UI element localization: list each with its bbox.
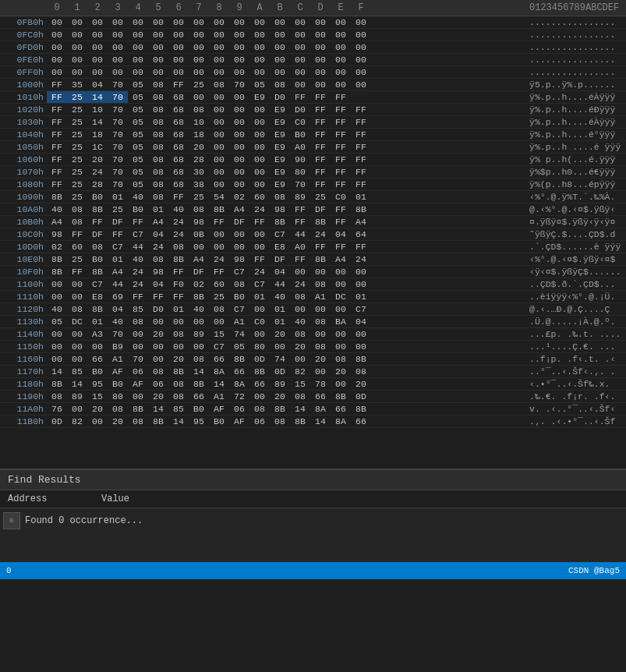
hex-byte[interactable]: 00 bbox=[229, 66, 249, 78]
hex-byte[interactable]: 00 bbox=[270, 16, 290, 28]
hex-byte[interactable]: 00 bbox=[249, 104, 270, 115]
hex-byte[interactable]: 98 bbox=[270, 203, 290, 215]
hex-byte[interactable]: 00 bbox=[67, 291, 87, 302]
hex-byte[interactable]: 00 bbox=[331, 54, 351, 65]
hex-byte[interactable]: 00 bbox=[148, 341, 168, 352]
hex-byte[interactable]: F0 bbox=[168, 278, 189, 290]
hex-byte[interactable]: 00 bbox=[310, 54, 331, 65]
hex-byte[interactable]: 05 bbox=[128, 116, 148, 128]
hex-byte[interactable]: 90 bbox=[290, 154, 310, 165]
hex-byte[interactable]: 00 bbox=[229, 116, 249, 128]
table-row[interactable]: 1120h40088B0485D0014008C70001000000C7@.‹… bbox=[0, 303, 626, 316]
table-row[interactable]: 1130h05DC01400800000000A1C0014008BA04.Ü.… bbox=[0, 316, 626, 328]
hex-byte[interactable]: FF bbox=[47, 129, 67, 140]
hex-byte[interactable]: DF bbox=[189, 266, 209, 278]
hex-byte[interactable]: 00 bbox=[168, 41, 189, 53]
table-row[interactable]: 1070hFF25247005086830000000E980FFFFFFÿ%$… bbox=[0, 166, 626, 179]
hex-byte[interactable]: 14 bbox=[47, 366, 67, 377]
hex-byte[interactable]: 00 bbox=[209, 129, 229, 140]
hex-byte[interactable]: 08 bbox=[270, 191, 290, 203]
hex-byte[interactable]: 00 bbox=[229, 154, 249, 165]
hex-byte[interactable]: 00 bbox=[331, 328, 351, 340]
hex-byte[interactable]: FF bbox=[351, 166, 371, 178]
hex-byte[interactable]: FF bbox=[331, 141, 351, 153]
hex-byte[interactable]: 00 bbox=[189, 91, 209, 103]
hex-byte[interactable]: 00 bbox=[229, 179, 249, 190]
hex-byte[interactable]: 8A bbox=[331, 416, 351, 427]
hex-byte[interactable]: A1 bbox=[310, 291, 331, 302]
hex-byte[interactable]: 00 bbox=[189, 54, 209, 65]
hex-byte[interactable]: 00 bbox=[67, 278, 87, 290]
hex-byte[interactable]: 00 bbox=[108, 66, 128, 78]
hex-byte[interactable]: 00 bbox=[331, 341, 351, 352]
hex-byte[interactable]: 00 bbox=[270, 29, 290, 41]
hex-byte[interactable]: 08 bbox=[148, 191, 168, 203]
hex-byte[interactable]: 00 bbox=[249, 41, 270, 53]
hex-byte[interactable]: 00 bbox=[209, 166, 229, 178]
hex-byte[interactable]: FF bbox=[351, 241, 371, 253]
hex-byte[interactable]: BA bbox=[331, 316, 351, 327]
hex-byte[interactable]: 8B bbox=[189, 378, 209, 390]
hex-byte[interactable]: 8B bbox=[47, 253, 67, 265]
table-row[interactable]: 1170h1485B0AF06088B148A668B0D82002008..°… bbox=[0, 366, 626, 378]
hex-byte[interactable]: A4 bbox=[189, 253, 209, 265]
table-row[interactable]: 1160h000066A170002008668B0D740020088B..f… bbox=[0, 353, 626, 366]
hex-byte[interactable]: FF bbox=[331, 166, 351, 178]
hex-byte[interactable]: 66 bbox=[331, 403, 351, 415]
hex-byte[interactable]: 08 bbox=[209, 303, 229, 315]
hex-byte[interactable]: FF bbox=[209, 216, 229, 228]
hex-byte[interactable]: 8B bbox=[168, 253, 189, 265]
hex-byte[interactable]: 08 bbox=[148, 141, 168, 153]
hex-byte[interactable]: 05 bbox=[128, 104, 148, 115]
hex-byte[interactable]: FF bbox=[47, 154, 67, 165]
hex-byte[interactable]: 70 bbox=[128, 353, 148, 365]
hex-byte[interactable]: 14 bbox=[189, 366, 209, 377]
hex-byte[interactable]: 08 bbox=[67, 303, 87, 315]
hex-byte[interactable]: 00 bbox=[331, 303, 351, 315]
hex-byte[interactable]: A4 bbox=[229, 203, 249, 215]
hex-byte[interactable]: 10 bbox=[189, 116, 209, 128]
hex-byte[interactable]: 04 bbox=[87, 79, 108, 90]
hex-byte[interactable]: 00 bbox=[351, 41, 371, 53]
hex-byte[interactable]: 00 bbox=[249, 179, 270, 190]
hex-byte[interactable]: 00 bbox=[229, 16, 249, 28]
hex-byte[interactable]: 00 bbox=[351, 266, 371, 278]
hex-byte[interactable]: 00 bbox=[209, 54, 229, 65]
hex-byte[interactable]: 08 bbox=[128, 316, 148, 327]
hex-byte[interactable]: 00 bbox=[310, 29, 331, 41]
hex-byte[interactable]: 00 bbox=[47, 29, 67, 41]
hex-byte[interactable]: AF bbox=[209, 403, 229, 415]
hex-byte[interactable]: FF bbox=[47, 104, 67, 115]
hex-byte[interactable]: 44 bbox=[128, 241, 148, 253]
hex-byte[interactable]: B0 bbox=[87, 366, 108, 377]
hex-byte[interactable]: A1 bbox=[108, 353, 128, 365]
hex-byte[interactable]: 76 bbox=[47, 403, 67, 415]
hex-byte[interactable]: 00 bbox=[249, 241, 270, 253]
hex-byte[interactable]: 40 bbox=[290, 316, 310, 327]
hex-byte[interactable]: 70 bbox=[108, 129, 128, 140]
table-row[interactable]: 0FD0h00000000000000000000000000000000...… bbox=[0, 41, 626, 54]
hex-byte[interactable]: 95 bbox=[87, 378, 108, 390]
hex-byte[interactable]: 00 bbox=[47, 41, 67, 53]
hex-byte[interactable]: B9 bbox=[108, 341, 128, 352]
hex-byte[interactable]: 00 bbox=[47, 16, 67, 28]
hex-byte[interactable]: FF bbox=[47, 116, 67, 128]
hex-byte[interactable]: 69 bbox=[108, 291, 128, 302]
hex-byte[interactable]: FF bbox=[290, 253, 310, 265]
hex-byte[interactable]: 00 bbox=[351, 16, 371, 28]
hex-byte[interactable]: 08 bbox=[148, 116, 168, 128]
hex-byte[interactable]: 00 bbox=[331, 29, 351, 41]
hex-byte[interactable]: DC bbox=[67, 316, 87, 327]
hex-byte[interactable]: 08 bbox=[351, 366, 371, 377]
table-row[interactable]: 10A0h40088B25B00140088BA42498FFDFFF8B@.‹… bbox=[0, 203, 626, 216]
hex-byte[interactable]: 25 bbox=[67, 179, 87, 190]
hex-byte[interactable]: 08 bbox=[148, 366, 168, 377]
hex-byte[interactable]: 8A bbox=[209, 366, 229, 377]
table-row[interactable]: 1090h8B25B0014008FF25540260088925C001‹%°… bbox=[0, 191, 626, 203]
hex-byte[interactable]: 20 bbox=[87, 154, 108, 165]
hex-byte[interactable]: 14 bbox=[310, 416, 331, 427]
hex-byte[interactable]: 80 bbox=[290, 166, 310, 178]
table-row[interactable]: 1180h8B1495B0AF06088B148A668915780020‹.•… bbox=[0, 378, 626, 391]
hex-byte[interactable]: 70 bbox=[108, 104, 128, 115]
hex-byte[interactable]: 89 bbox=[270, 378, 290, 390]
